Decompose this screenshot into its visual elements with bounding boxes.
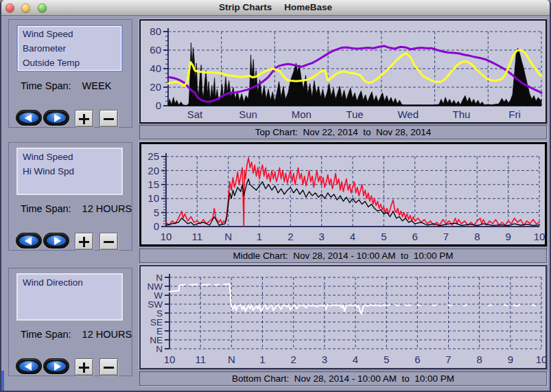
left-triangle-icon xyxy=(25,362,32,371)
svg-text:5: 5 xyxy=(154,207,159,218)
svg-text:10: 10 xyxy=(161,231,172,242)
top-chart-plot: 020406080SatSunMonTueWedThuFri xyxy=(141,21,546,122)
svg-text:NW: NW xyxy=(148,281,163,292)
svg-text:10: 10 xyxy=(534,231,545,242)
svg-text:5: 5 xyxy=(384,354,389,365)
svg-text:9: 9 xyxy=(506,231,511,242)
svg-text:Fri: Fri xyxy=(508,108,521,120)
svg-text:S: S xyxy=(156,308,163,319)
time-span-row: Time Span:WEEK xyxy=(21,80,111,91)
zoom-in-button[interactable] xyxy=(75,110,93,127)
top-chart-control-panel: Wind Speed Barometer Outside Temp Time S… xyxy=(8,19,132,128)
plus-icon xyxy=(75,233,93,249)
top-chart-buttons xyxy=(9,110,132,128)
scroll-back-button[interactable] xyxy=(16,233,42,249)
svg-text:20: 20 xyxy=(148,165,159,176)
middle-chart-series-list[interactable]: Wind Speed Hi Wind Spd xyxy=(16,148,123,195)
svg-text:10: 10 xyxy=(164,354,176,365)
svg-text:W: W xyxy=(154,290,163,301)
svg-text:4: 4 xyxy=(353,354,358,365)
bottom-chart-control-panel: Wind Direction Time Span:12 HOURS xyxy=(8,268,132,376)
plus-icon xyxy=(75,359,93,375)
list-item[interactable]: Wind Direction xyxy=(23,275,121,290)
time-span-label: Time Span: xyxy=(21,329,71,340)
svg-text:10: 10 xyxy=(536,354,546,365)
time-span-label: Time Span: xyxy=(21,203,71,214)
time-span-value: 12 HOURS xyxy=(82,203,132,214)
bottom-chart-series-list[interactable]: Wind Direction xyxy=(16,273,123,321)
window-corner-accent xyxy=(0,371,4,392)
top-chart-caption: Top Chart: Nov 22, 2014 to Nov 28, 2014 xyxy=(139,125,547,139)
scroll-forward-button[interactable] xyxy=(43,358,69,374)
zoom-out-button[interactable] xyxy=(99,358,118,376)
scroll-forward-button[interactable] xyxy=(43,110,69,126)
window-title: Strip ChartsHomeBase xyxy=(0,0,551,15)
svg-text:1: 1 xyxy=(257,231,262,242)
top-chart-series-list[interactable]: Wind Speed Barometer Outside Temp xyxy=(16,25,123,72)
svg-text:20: 20 xyxy=(150,81,161,93)
right-triangle-icon xyxy=(54,114,61,122)
svg-text:7: 7 xyxy=(443,231,449,242)
time-span-value: WEEK xyxy=(82,80,112,91)
right-triangle-icon xyxy=(54,362,61,371)
svg-text:5: 5 xyxy=(381,231,386,242)
list-item[interactable]: Wind Speed xyxy=(23,27,121,41)
svg-text:9: 9 xyxy=(508,354,513,365)
svg-text:N: N xyxy=(224,231,232,242)
svg-text:60: 60 xyxy=(150,44,161,56)
svg-text:7: 7 xyxy=(445,354,451,365)
bottom-chart-buttons xyxy=(9,358,132,376)
svg-text:6: 6 xyxy=(414,354,420,365)
svg-text:Thu: Thu xyxy=(452,108,470,120)
zoom-in-button[interactable] xyxy=(75,233,93,250)
svg-text:10: 10 xyxy=(148,192,159,204)
app-name: Strip Charts xyxy=(219,2,272,12)
minus-icon xyxy=(100,233,117,249)
svg-text:N: N xyxy=(156,344,163,354)
title-bar[interactable]: Strip ChartsHomeBase xyxy=(0,0,551,16)
middle-chart-buttons xyxy=(9,233,132,251)
bottom-chart[interactable]: NNEESESSWWNWN1011N12345678910 xyxy=(139,265,547,369)
svg-text:0: 0 xyxy=(154,220,159,232)
middle-chart-caption: Middle Chart: Nov 28, 2014 - 10:00 AM to… xyxy=(139,249,547,263)
svg-text:Mon: Mon xyxy=(292,108,312,120)
left-triangle-icon xyxy=(25,114,32,122)
list-item[interactable]: Outside Temp xyxy=(23,56,121,70)
svg-text:Wed: Wed xyxy=(397,108,419,120)
svg-text:SW: SW xyxy=(148,299,163,310)
zoom-out-button[interactable] xyxy=(99,233,118,250)
middle-chart[interactable]: 05101520251011N12345678910 xyxy=(139,142,547,246)
plus-icon xyxy=(75,111,93,126)
zoom-in-button[interactable] xyxy=(75,358,93,376)
svg-text:Tue: Tue xyxy=(346,108,363,120)
svg-text:NE: NE xyxy=(150,335,163,345)
svg-text:3: 3 xyxy=(319,231,325,242)
svg-text:15: 15 xyxy=(148,178,159,190)
svg-text:0: 0 xyxy=(156,100,161,111)
minus-icon xyxy=(100,111,117,126)
time-span-value: 12 HOURS xyxy=(82,329,132,340)
scroll-back-button[interactable] xyxy=(16,358,42,374)
svg-text:N: N xyxy=(156,273,163,283)
scroll-forward-button[interactable] xyxy=(43,233,69,249)
list-item[interactable]: Barometer xyxy=(23,41,121,56)
svg-text:Sat: Sat xyxy=(187,108,203,120)
middle-chart-control-panel: Wind Speed Hi Wind Spd Time Span:12 HOUR… xyxy=(8,142,132,251)
time-span-label: Time Span: xyxy=(21,80,71,91)
list-item[interactable]: Hi Wind Spd xyxy=(23,164,121,178)
svg-text:25: 25 xyxy=(148,150,159,162)
middle-chart-plot: 05101520251011N12345678910 xyxy=(141,144,545,244)
top-chart[interactable]: 020406080SatSunMonTueWedThuFri xyxy=(139,19,547,124)
zoom-out-button[interactable] xyxy=(99,110,118,127)
right-triangle-icon xyxy=(54,237,61,245)
list-item[interactable]: Wind Speed xyxy=(23,150,121,164)
svg-text:4: 4 xyxy=(350,231,355,242)
svg-text:3: 3 xyxy=(322,354,327,365)
time-span-row: Time Span:12 HOURS xyxy=(21,329,132,340)
minus-icon xyxy=(100,359,117,375)
svg-text:80: 80 xyxy=(150,25,161,37)
svg-text:8: 8 xyxy=(477,354,482,365)
bottom-chart-plot: NNEESESSWWNWN1011N12345678910 xyxy=(141,266,546,368)
svg-text:6: 6 xyxy=(412,231,418,242)
scroll-back-button[interactable] xyxy=(16,110,42,126)
